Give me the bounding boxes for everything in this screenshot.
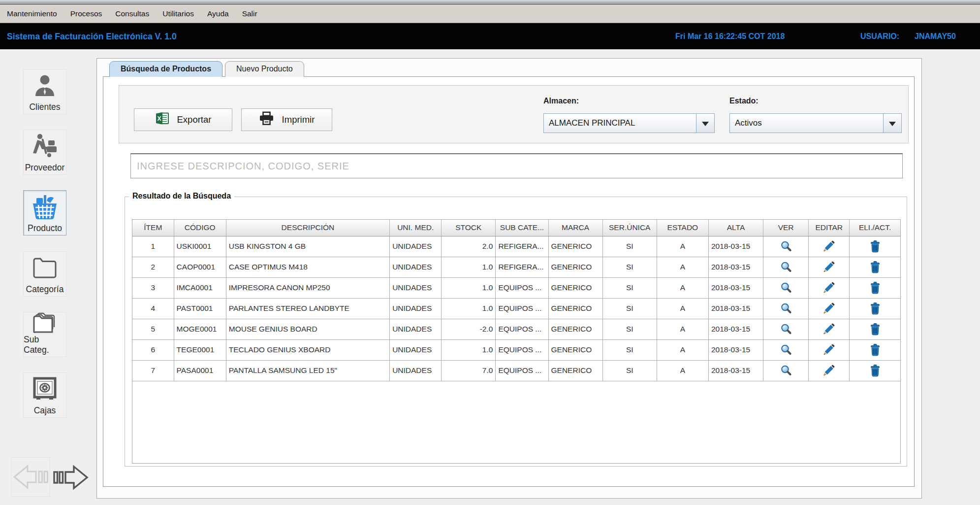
- delete-trash-icon[interactable]: [869, 281, 882, 294]
- print-button[interactable]: Imprimir: [241, 108, 332, 131]
- delete-trash-icon[interactable]: [869, 261, 882, 273]
- almacen-selected-value: ALMACEN PRINCIPAL: [544, 114, 696, 133]
- delete-trash-icon[interactable]: [869, 302, 882, 315]
- edit-pencil-icon[interactable]: [822, 323, 835, 336]
- sidebar-item-clientes[interactable]: Clientes: [23, 69, 66, 114]
- table-cell: 1.0: [442, 339, 496, 360]
- table-cell: GENERICO: [548, 319, 602, 339]
- sidebar-item-categoria[interactable]: Categoría: [23, 251, 66, 297]
- sidebar-item-cajas[interactable]: Cajas: [23, 372, 66, 418]
- printer-icon: [259, 111, 274, 128]
- table-cell: UNIDADES: [390, 339, 442, 360]
- menu-item-consultas[interactable]: Consultas: [115, 9, 149, 18]
- tab-content-panel: X Exportar Imprimir Almacen: ALMACEN PRI…: [103, 76, 915, 487]
- edit-pencil-icon[interactable]: [822, 302, 835, 315]
- edit-pencil-icon[interactable]: [822, 261, 835, 273]
- table-action-cell: [763, 277, 809, 298]
- table-cell: 1.0: [442, 298, 496, 319]
- table-cell: 2: [132, 257, 174, 277]
- menu-item-mantenimiento[interactable]: Mantenimiento: [7, 9, 57, 18]
- table-cell: IMCA0001: [174, 277, 226, 298]
- view-magnifier-icon[interactable]: [780, 240, 792, 253]
- table-cell: REFIGERA...: [496, 257, 548, 277]
- table-action-cell: [809, 277, 850, 298]
- view-magnifier-icon[interactable]: [780, 364, 792, 377]
- table-row[interactable]: 4PAST0001PARLANTES STEREO LANDBYTEUNIDAD…: [132, 298, 900, 319]
- table-cell: 2018-03-15: [708, 236, 763, 257]
- table-action-cell: [763, 319, 809, 339]
- folders-stack-icon: [31, 311, 59, 335]
- table-action-cell: [763, 360, 809, 381]
- delete-trash-icon[interactable]: [869, 240, 882, 253]
- sidebar-item-producto[interactable]: Producto: [23, 190, 66, 236]
- print-button-label: Imprimir: [282, 114, 315, 125]
- edit-pencil-icon[interactable]: [822, 240, 835, 253]
- menu-bar: Mantenimiento Procesos Consultas Utilita…: [0, 5, 980, 23]
- table-row[interactable]: 3IMCA0001IMPRESORA CANON MP250UNIDADES1.…: [132, 277, 900, 298]
- table-action-cell: [850, 236, 900, 257]
- safe-icon: [32, 373, 57, 405]
- table-cell: EQUIPOS ...: [496, 298, 548, 319]
- view-magnifier-icon[interactable]: [780, 323, 792, 336]
- sidebar-item-label: Proveedor: [25, 163, 65, 173]
- product-basket-icon: [32, 191, 58, 223]
- export-button[interactable]: X Exportar: [134, 108, 232, 131]
- edit-pencil-icon[interactable]: [822, 343, 835, 356]
- table-row[interactable]: 7PASA0001PANTALLA SAMSUNG LED 15"UNIDADE…: [132, 360, 900, 381]
- table-row[interactable]: 1USKI0001USB KINGSTON 4 GBUNIDADES2.0REF…: [132, 236, 900, 257]
- table-cell: EQUIPOS ...: [496, 277, 548, 298]
- table-action-cell: [809, 236, 850, 257]
- delete-trash-icon[interactable]: [869, 364, 882, 377]
- sidebar-item-proveedor[interactable]: Proveedor: [23, 130, 66, 175]
- tab-busqueda-de-productos[interactable]: Búsqueda de Productos: [109, 61, 222, 77]
- column-header: EDITAR: [809, 220, 850, 236]
- table-row[interactable]: 5MOGE0001MOUSE GENIUS BOARDUNIDADES-2.0E…: [132, 319, 900, 339]
- tab-bar: Búsqueda de Productos Nuevo Producto: [109, 61, 304, 77]
- view-magnifier-icon[interactable]: [780, 261, 792, 273]
- table-action-cell: [809, 319, 850, 339]
- table-cell: SI: [602, 360, 657, 381]
- estado-selected-value: Activos: [730, 114, 883, 133]
- almacen-select[interactable]: ALMACEN PRINCIPAL: [543, 113, 715, 133]
- chevron-down-icon: [883, 114, 901, 133]
- table-action-cell: [809, 257, 850, 277]
- menu-item-ayuda[interactable]: Ayuda: [207, 9, 229, 18]
- menu-item-procesos[interactable]: Procesos: [70, 9, 102, 18]
- forward-arrow-icon[interactable]: [52, 461, 91, 494]
- edit-pencil-icon[interactable]: [822, 364, 835, 377]
- table-cell: PASA0001: [174, 360, 226, 381]
- delete-trash-icon[interactable]: [869, 323, 882, 336]
- table-cell: IMPRESORA CANON MP250: [226, 277, 389, 298]
- table-row[interactable]: 6TEGE0001TECLADO GENIUS XBOARDUNIDADES1.…: [132, 339, 900, 360]
- view-magnifier-icon[interactable]: [780, 343, 792, 356]
- column-header: ELI./ACT.: [850, 220, 900, 236]
- table-cell: 3: [132, 277, 174, 298]
- sidebar-item-label: Clientes: [29, 102, 60, 112]
- table-action-cell: [809, 360, 850, 381]
- table-cell: UNIDADES: [390, 319, 442, 339]
- table-cell: UNIDADES: [390, 298, 442, 319]
- table-cell: SI: [602, 257, 657, 277]
- table-cell: 2018-03-15: [708, 339, 763, 360]
- table-cell: UNIDADES: [390, 277, 442, 298]
- table-row[interactable]: 2CAOP0001CASE OPTIMUS M418UNIDADES1.0REF…: [132, 257, 900, 277]
- estado-select[interactable]: Activos: [729, 113, 902, 133]
- menu-item-salir[interactable]: Salir: [242, 9, 257, 18]
- delete-trash-icon[interactable]: [869, 343, 882, 356]
- edit-pencil-icon[interactable]: [822, 281, 835, 294]
- clock-datetime: Fri Mar 16 16:22:45 COT 2018: [675, 32, 785, 41]
- tab-nuevo-producto[interactable]: Nuevo Producto: [225, 61, 304, 77]
- table-cell: USKI0001: [174, 236, 226, 257]
- table-cell: CASE OPTIMUS M418: [226, 257, 389, 277]
- window-top-edge: [0, 0, 980, 5]
- view-magnifier-icon[interactable]: [780, 302, 792, 315]
- view-magnifier-icon[interactable]: [780, 281, 792, 294]
- table-cell: TECLADO GENIUS XBOARD: [226, 339, 389, 360]
- table-cell: TEGE0001: [174, 339, 226, 360]
- table-cell: UNIDADES: [390, 236, 442, 257]
- menu-item-utilitarios[interactable]: Utilitarios: [162, 9, 194, 18]
- column-header: SUB CATE...: [496, 220, 548, 236]
- table-action-cell: [850, 339, 900, 360]
- sidebar-item-subcateg[interactable]: Sub Categ.: [23, 312, 66, 357]
- search-input[interactable]: [130, 153, 903, 178]
